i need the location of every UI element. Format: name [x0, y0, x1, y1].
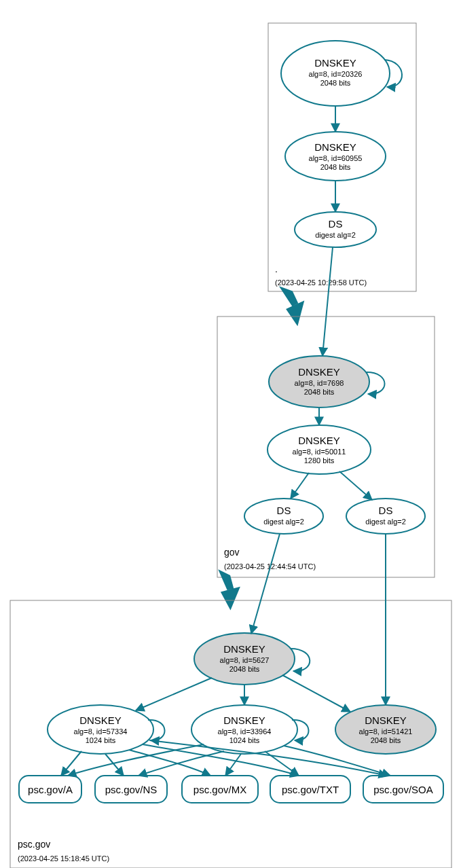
- svg-text:DS: DS: [329, 218, 343, 230]
- zone-gov-name: gov: [224, 547, 240, 558]
- svg-text:1024 bits: 1024 bits: [86, 736, 116, 744]
- edge-gov-zsk-ds2: [339, 471, 372, 500]
- node-rr-ns: psc.gov/NS: [95, 776, 167, 803]
- node-gov-ds1: DS digest alg=2: [244, 499, 323, 534]
- node-rr-txt: psc.gov/TXT: [270, 776, 350, 803]
- svg-point-23: [346, 499, 425, 534]
- delegation-arrow-gov: [215, 565, 245, 612]
- svg-text:alg=8, id=51421: alg=8, id=51421: [359, 727, 413, 736]
- svg-text:psc.gov/TXT: psc.gov/TXT: [282, 784, 339, 795]
- svg-text:DNSKEY: DNSKEY: [223, 715, 265, 726]
- svg-text:DNSKEY: DNSKEY: [223, 643, 265, 655]
- svg-text:digest alg=2: digest alg=2: [263, 518, 304, 526]
- svg-text:alg=8, id=50011: alg=8, id=50011: [293, 448, 346, 456]
- node-gov-ds2: DS digest alg=2: [346, 499, 425, 534]
- svg-point-20: [244, 499, 323, 534]
- svg-text:alg=8, id=33964: alg=8, id=33964: [218, 727, 272, 736]
- zone-psc-name: psc.gov: [18, 839, 50, 850]
- e-z2-mx: [225, 754, 241, 776]
- node-root-zsk: DNSKEY alg=8, id=60955 2048 bits: [285, 132, 386, 181]
- svg-text:DNSKEY: DNSKEY: [314, 141, 356, 153]
- edge-gov-zsk-ds1: [291, 473, 309, 499]
- svg-text:digest alg=2: digest alg=2: [365, 518, 406, 526]
- svg-text:DNSKEY: DNSKEY: [365, 715, 407, 726]
- svg-text:2048 bits: 2048 bits: [371, 736, 401, 744]
- svg-text:1024 bits: 1024 bits: [229, 736, 260, 744]
- svg-text:alg=8, id=5627: alg=8, id=5627: [220, 656, 270, 664]
- svg-text:alg=8, id=20326: alg=8, id=20326: [309, 70, 363, 78]
- svg-text:DS: DS: [379, 505, 393, 516]
- node-gov-zsk: DNSKEY alg=8, id=50011 1280 bits: [268, 425, 371, 474]
- svg-text:2048 bits: 2048 bits: [229, 665, 260, 673]
- svg-text:psc.gov/A: psc.gov/A: [28, 784, 73, 795]
- edge-gov-ds1-psc-ksk: [251, 534, 280, 634]
- svg-text:DNSKEY: DNSKEY: [79, 715, 122, 726]
- node-psc-zsk1: DNSKEY alg=8, id=57334 1024 bits: [48, 705, 153, 754]
- svg-text:psc.gov/SOA: psc.gov/SOA: [373, 784, 433, 795]
- node-rr-soa: psc.gov/SOA: [363, 776, 443, 803]
- zone-root-ts: (2023-04-25 10:29:58 UTC): [275, 278, 367, 287]
- svg-text:psc.gov/NS: psc.gov/NS: [105, 784, 158, 795]
- svg-text:alg=8, id=60955: alg=8, id=60955: [309, 154, 363, 162]
- svg-text:2048 bits: 2048 bits: [320, 79, 351, 87]
- zone-psc-ts: (2023-04-25 15:18:45 UTC): [18, 854, 109, 863]
- node-psc-key3: DNSKEY alg=8, id=51421 2048 bits: [335, 705, 436, 754]
- node-psc-ksk: DNSKEY alg=8, id=5627 2048 bits: [194, 633, 295, 685]
- node-root-ds: DS digest alg=2: [295, 212, 376, 247]
- svg-text:2048 bits: 2048 bits: [320, 163, 351, 171]
- svg-text:1280 bits: 1280 bits: [304, 456, 335, 465]
- svg-text:DNSKEY: DNSKEY: [314, 57, 356, 69]
- node-rr-mx: psc.gov/MX: [182, 776, 258, 803]
- node-gov-ksk: DNSKEY alg=8, id=7698 2048 bits: [269, 356, 369, 408]
- svg-text:DS: DS: [277, 505, 291, 516]
- svg-text:alg=8, id=7698: alg=8, id=7698: [295, 379, 344, 387]
- svg-text:2048 bits: 2048 bits: [304, 388, 335, 396]
- svg-text:DNSKEY: DNSKEY: [298, 366, 340, 378]
- svg-point-9: [295, 212, 376, 247]
- e-z2-txt: [265, 751, 299, 776]
- svg-text:digest alg=2: digest alg=2: [315, 231, 356, 239]
- node-root-ksk: DNSKEY alg=8, id=20326 2048 bits: [281, 41, 390, 106]
- zone-root-name: .: [275, 264, 278, 274]
- edge-psc-ksk-key3: [282, 675, 350, 712]
- edge-root-ds-gov-ksk: [322, 247, 333, 356]
- edge-psc-ksk-zsk1: [136, 678, 212, 710]
- svg-text:psc.gov/MX: psc.gov/MX: [193, 784, 246, 795]
- node-rr-a: psc.gov/A: [19, 776, 81, 803]
- svg-text:DNSKEY: DNSKEY: [298, 435, 340, 446]
- svg-text:alg=8, id=57334: alg=8, id=57334: [74, 727, 128, 736]
